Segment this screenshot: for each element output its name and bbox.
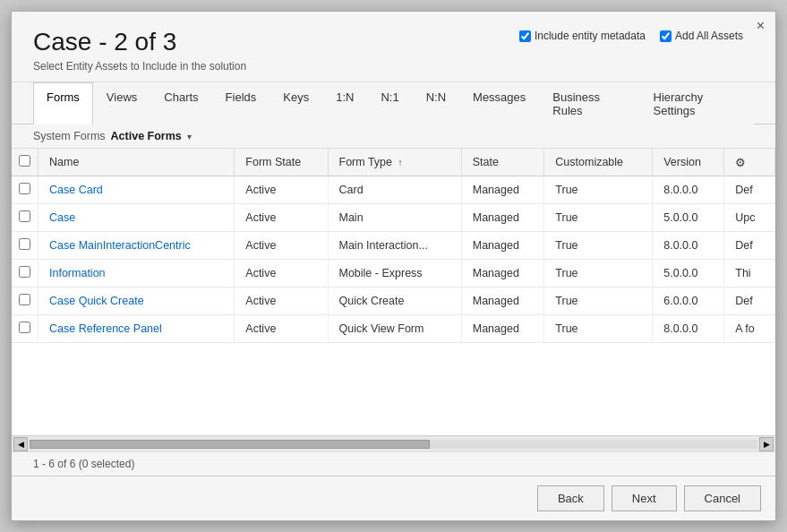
tab-hierarchy-settings[interactable]: Hierarchy Settings xyxy=(640,82,754,124)
row-name-6[interactable]: Case Reference Panel xyxy=(38,315,235,343)
close-button[interactable]: × xyxy=(757,19,765,33)
header-checkboxes: Include entity metadata Add All Assets xyxy=(519,30,743,42)
col-checkbox xyxy=(12,149,38,176)
tab-forms[interactable]: Forms xyxy=(33,82,93,124)
row-extra-2: Upc xyxy=(724,204,775,232)
row-customizable-3: True xyxy=(544,232,653,260)
col-form-type[interactable]: Form Type ↑ xyxy=(328,149,461,176)
col-version[interactable]: Version xyxy=(653,149,724,176)
col-customizable[interactable]: Customizable xyxy=(544,149,653,176)
row-name-4[interactable]: Information xyxy=(38,260,235,287)
row-checkbox-2[interactable] xyxy=(12,204,38,232)
row-form-state-4: Active xyxy=(235,260,328,287)
row-form-type-6: Quick View Form xyxy=(328,315,461,343)
system-forms-bar: System Forms Active Forms ▾ xyxy=(12,124,775,149)
table-header-row: Name Form State Form Type ↑ State Custom… xyxy=(12,149,775,176)
row-state-4: Managed xyxy=(461,260,544,287)
row-state-3: Managed xyxy=(461,232,544,260)
table-row: Case Quick Create Active Quick Create Ma… xyxy=(12,287,775,315)
row-extra-5: Def xyxy=(724,287,775,315)
scroll-thumb[interactable] xyxy=(30,440,430,449)
system-forms-label: System Forms xyxy=(33,130,106,142)
row-name-2[interactable]: Case xyxy=(38,204,235,232)
tab-business-rules[interactable]: Business Rules xyxy=(539,82,639,124)
include-metadata-checkbox[interactable] xyxy=(519,30,531,42)
tabs-bar: Forms Views Charts Fields Keys 1:N N:1 N… xyxy=(12,82,775,124)
back-button[interactable]: Back xyxy=(537,485,604,511)
row-version-5: 6.0.0.0 xyxy=(653,287,724,315)
include-metadata-label[interactable]: Include entity metadata xyxy=(519,30,646,42)
row-version-3: 8.0.0.0 xyxy=(653,232,724,260)
row-customizable-4: True xyxy=(544,260,653,287)
row-form-type-4: Mobile - Express xyxy=(328,260,461,287)
row-form-state-2: Active xyxy=(235,204,328,232)
row-name-1[interactable]: Case Card xyxy=(38,176,235,204)
row-form-type-1: Card xyxy=(328,176,461,204)
row-form-type-2: Main xyxy=(328,204,461,232)
add-all-assets-checkbox[interactable] xyxy=(660,30,672,42)
row-state-6: Managed xyxy=(461,315,544,343)
row-form-type-3: Main Interaction... xyxy=(328,232,461,260)
row-checkbox-5[interactable] xyxy=(12,287,38,315)
row-version-4: 5.0.0.0 xyxy=(653,260,724,287)
col-name[interactable]: Name xyxy=(38,149,235,176)
scroll-left-button[interactable]: ◀ xyxy=(13,437,28,451)
tab-fields[interactable]: Fields xyxy=(212,82,270,124)
active-forms-dropdown-arrow[interactable]: ▾ xyxy=(187,132,192,142)
dialog-footer: Back Next Cancel xyxy=(12,476,775,520)
row-state-1: Managed xyxy=(461,176,544,204)
add-all-assets-label[interactable]: Add All Assets xyxy=(660,30,743,42)
row-form-state-3: Active xyxy=(235,232,328,260)
col-state[interactable]: State xyxy=(461,149,544,176)
horizontal-scrollbar[interactable]: ◀ ▶ xyxy=(12,435,775,451)
row-name-5[interactable]: Case Quick Create xyxy=(38,287,235,315)
row-form-state-5: Active xyxy=(235,287,328,315)
table-row: Information Active Mobile - Express Mana… xyxy=(12,260,775,287)
scroll-track[interactable] xyxy=(30,440,757,449)
row-checkbox-3[interactable] xyxy=(12,232,38,260)
scroll-right-button[interactable]: ▶ xyxy=(759,437,774,451)
select-all-checkbox[interactable] xyxy=(19,155,30,167)
row-state-5: Managed xyxy=(461,287,544,315)
tab-charts[interactable]: Charts xyxy=(150,82,211,124)
tab-messages[interactable]: Messages xyxy=(459,82,539,124)
row-customizable-6: True xyxy=(544,315,653,343)
forms-table: Name Form State Form Type ↑ State Custom… xyxy=(12,149,775,343)
row-extra-3: Def xyxy=(724,232,775,260)
next-button[interactable]: Next xyxy=(612,485,677,511)
row-checkbox-4[interactable] xyxy=(12,260,38,287)
cancel-button[interactable]: Cancel xyxy=(684,485,761,511)
settings-icon: ⚙ xyxy=(735,156,746,169)
table-row: Case Active Main Managed True 5.0.0.0 Up… xyxy=(12,204,775,232)
row-customizable-1: True xyxy=(544,176,653,204)
col-settings[interactable]: ⚙ xyxy=(724,149,775,176)
row-extra-6: A fo xyxy=(724,315,775,343)
tab-nn[interactable]: N:N xyxy=(413,82,459,124)
table-row: Case Reference Panel Active Quick View F… xyxy=(12,315,775,343)
main-dialog: × Case - 2 of 3 Select Entity Assets to … xyxy=(11,11,776,521)
status-bar: 1 - 6 of 6 (0 selected) xyxy=(12,451,775,476)
active-forms-label[interactable]: Active Forms xyxy=(111,130,182,142)
row-form-state-6: Active xyxy=(235,315,328,343)
row-customizable-2: True xyxy=(544,204,653,232)
dialog-header: Case - 2 of 3 Select Entity Assets to In… xyxy=(12,12,775,82)
row-version-1: 8.0.0.0 xyxy=(653,176,724,204)
tab-n1[interactable]: N:1 xyxy=(367,82,412,124)
tab-views[interactable]: Views xyxy=(93,82,150,124)
row-name-3[interactable]: Case MainInteractionCentric xyxy=(38,232,235,260)
forms-table-container: Name Form State Form Type ↑ State Custom… xyxy=(12,149,775,435)
col-form-state[interactable]: Form State xyxy=(235,149,328,176)
row-checkbox-6[interactable] xyxy=(12,315,38,343)
row-customizable-5: True xyxy=(544,287,653,315)
tab-keys[interactable]: Keys xyxy=(269,82,322,124)
form-type-sort-icon: ↑ xyxy=(398,158,402,167)
row-version-2: 5.0.0.0 xyxy=(653,204,724,232)
tab-1n[interactable]: 1:N xyxy=(322,82,367,124)
row-form-state-1: Active xyxy=(235,176,328,204)
dialog-subtitle: Select Entity Assets to Include in the s… xyxy=(33,60,754,73)
row-checkbox-1[interactable] xyxy=(12,176,38,204)
row-extra-4: Thi xyxy=(724,260,775,287)
table-row: Case MainInteractionCentric Active Main … xyxy=(12,232,775,260)
row-extra-1: Def xyxy=(724,176,775,204)
row-version-6: 8.0.0.0 xyxy=(653,315,724,343)
